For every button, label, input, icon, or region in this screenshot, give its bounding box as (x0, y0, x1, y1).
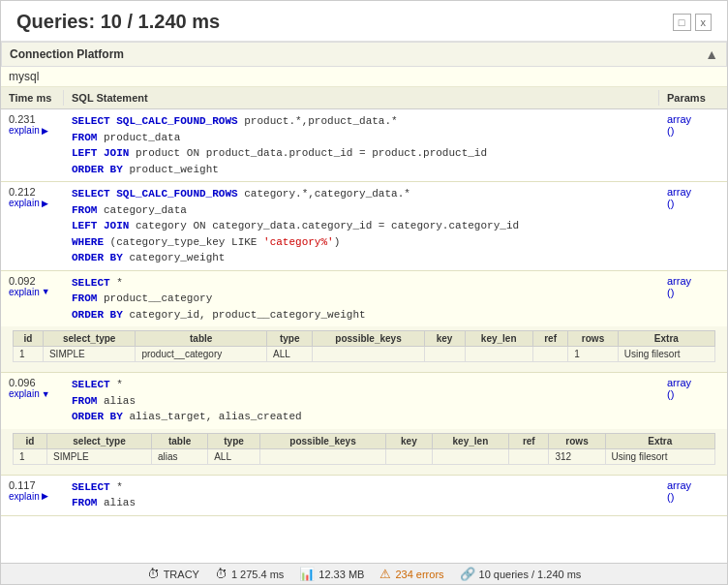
explain-cell-type-4: ALL (208, 448, 260, 464)
explain-cell-type: ALL (266, 347, 312, 362)
explain-th-id-4: id (14, 433, 47, 448)
explain-data-row: 1 SIMPLE product__category ALL 1 Using f… (14, 347, 715, 362)
explain-cell-possible-keys-4 (259, 448, 385, 464)
time-value-2: 0.212 (9, 186, 36, 198)
sql-cell-5: SELECT * FROM alias (64, 476, 659, 515)
explain-arrow-5: ▶ (42, 491, 48, 501)
explain-label-5: explain (9, 491, 40, 502)
explain-arrow-1: ▶ (42, 126, 48, 136)
explain-th-select-type-4: select_type (47, 433, 152, 448)
explain-button-4[interactable]: explain ▼ (9, 388, 50, 399)
time-cell-5: 0.117 explain ▶ (1, 476, 64, 515)
explain-th-ref: ref (532, 331, 567, 347)
collapse-icon[interactable]: ▲ (705, 46, 718, 62)
memory-icon: 📊 (299, 567, 315, 581)
table-header: Time ms SQL Statement Params (1, 87, 727, 109)
explain-label-4: explain (9, 388, 40, 399)
params-cell-5: array() (659, 476, 727, 515)
db-name: mysql (9, 70, 39, 83)
explain-th-table: table (136, 331, 267, 347)
main-window: Queries: 10 / 1.240 ms □ x Connection Pl… (0, 0, 728, 585)
explain-button-2[interactable]: explain ▶ (9, 198, 48, 208)
explain-th-rows-4: rows (549, 433, 605, 448)
tracy-icon: ⏱ (147, 567, 160, 581)
params-cell-1: array() (659, 109, 727, 181)
explain-th-id: id (14, 331, 44, 347)
db-name-row: mysql (1, 67, 727, 87)
th-sql: SQL Statement (64, 90, 659, 106)
explain-th-possible-keys-4: possible_keys (259, 433, 385, 448)
explain-button-5[interactable]: explain ▶ (9, 491, 48, 502)
query-main-4: 0.096 explain ▼ SELECT * FROM alias ORDE… (1, 373, 727, 429)
explain-th-extra-4: Extra (605, 433, 714, 448)
explain-th-key-len-4: key_len (432, 433, 509, 448)
time-icon: ⏱ (215, 567, 228, 581)
time-cell-3: 0.092 explain ▼ (1, 271, 64, 327)
explain-label-2: explain (9, 198, 40, 208)
explain-cell-key-len (465, 347, 532, 362)
query-main-2: 0.212 explain ▶ SELECT SQL_CALC_FOUND_RO… (1, 182, 727, 270)
status-memory: 12.33 MB (318, 569, 364, 580)
warning-icon: ⚠ (379, 567, 391, 581)
sql-cell-4: SELECT * FROM alias ORDER BY alias_targe… (64, 373, 659, 429)
explain-button-1[interactable]: explain ▶ (9, 125, 48, 136)
content-area: Connection Platform ▲ mysql Time ms SQL … (1, 42, 727, 563)
explain-th-rows: rows (568, 331, 618, 347)
explain-cell-key-4 (386, 448, 433, 464)
explain-arrow-2: ▶ (42, 199, 48, 208)
queries-status: 🔗 10 queries / 1.240 ms (460, 567, 582, 581)
title-bar: Queries: 10 / 1.240 ms □ x (1, 1, 727, 42)
explain-label-1: explain (9, 125, 40, 136)
connection-header: Connection Platform ▲ (1, 42, 727, 67)
explain-cell-select-type-4: SIMPLE (47, 448, 152, 464)
query-main-3: 0.092 explain ▼ SELECT * FROM product__c… (1, 271, 727, 327)
memory-status: 📊 12.33 MB (299, 567, 364, 581)
explain-th-type-4: type (208, 433, 260, 448)
params-cell-4: array() (659, 373, 727, 429)
explain-cell-rows: 1 (568, 347, 618, 362)
window-title: Queries: 10 / 1.240 ms (16, 11, 220, 33)
explain-cell-key-len-4 (432, 448, 509, 464)
explain-cell-rows-4: 312 (549, 448, 605, 464)
explain-th-ref-4: ref (509, 433, 549, 448)
query-row-1: 0.231 explain ▶ SELECT SQL_CALC_FOUND_RO… (1, 109, 727, 182)
close-icon[interactable]: x (695, 14, 713, 31)
sql-cell-3: SELECT * FROM product__category ORDER BY… (64, 271, 659, 327)
status-bar: ⏱ TRACY ⏱ 1 275.4 ms 📊 12.33 MB ⚠ 234 er… (1, 563, 727, 584)
params-cell-3: array() (659, 271, 727, 327)
minimize-icon[interactable]: □ (673, 14, 691, 31)
tracy-status: ⏱ TRACY (147, 567, 199, 581)
status-queries: 10 queries / 1.240 ms (479, 569, 582, 580)
th-time: Time ms (1, 90, 64, 106)
explain-th-possible-keys: possible_keys (313, 331, 424, 347)
query-row-2: 0.212 explain ▶ SELECT SQL_CALC_FOUND_RO… (1, 182, 727, 271)
queries-icon: 🔗 (460, 567, 475, 581)
explain-table-3: id select_type table type possible_keys … (13, 330, 715, 362)
sql-cell-2: SELECT SQL_CALC_FOUND_ROWS category.*,ca… (64, 182, 659, 270)
status-time: 1 275.4 ms (231, 569, 284, 580)
explain-cell-ref-4 (509, 448, 549, 464)
explain-cell-select-type: SIMPLE (43, 347, 135, 362)
time-value-3: 0.092 (9, 275, 36, 287)
explain-section-4: id select_type table type possible_keys … (1, 429, 727, 475)
time-cell-1: 0.231 explain ▶ (1, 109, 64, 181)
time-cell-2: 0.212 explain ▶ (1, 182, 64, 270)
connection-platform-label: Connection Platform (10, 47, 124, 61)
time-cell-4: 0.096 explain ▼ (1, 373, 64, 429)
query-main-1: 0.231 explain ▶ SELECT SQL_CALC_FOUND_RO… (1, 109, 727, 181)
params-cell-2: array() (659, 182, 727, 270)
explain-cell-extra-4: Using filesort (605, 448, 714, 464)
explain-th-type: type (266, 331, 312, 347)
explain-th-key: key (424, 331, 465, 347)
explain-th-select-type: select_type (43, 331, 135, 347)
time-value-1: 0.231 (9, 113, 36, 125)
explain-button-3[interactable]: explain ▼ (9, 287, 50, 297)
explain-arrow-4: ▼ (42, 389, 50, 399)
explain-th-extra: Extra (618, 331, 714, 347)
explain-cell-table-4: alias (152, 448, 208, 464)
query-row-4: 0.096 explain ▼ SELECT * FROM alias ORDE… (1, 373, 727, 476)
queries-container[interactable]: 0.231 explain ▶ SELECT SQL_CALC_FOUND_RO… (1, 109, 727, 563)
th-params: Params (659, 90, 727, 106)
sql-cell-1: SELECT SQL_CALC_FOUND_ROWS product.*,pro… (64, 109, 659, 181)
explain-cell-table: product__category (136, 347, 267, 362)
